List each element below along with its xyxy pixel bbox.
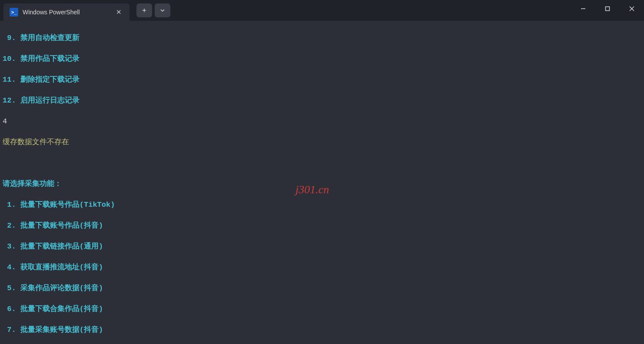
terminal-output[interactable]: 9. 禁用自动检查更新 10. 禁用作品下载记录 11. 删除指定下载记录 12…	[0, 21, 644, 344]
close-icon	[629, 6, 634, 11]
menu-item: 1. 批量下载账号作品(TikTok)	[3, 200, 641, 210]
menu-item: 11. 删除指定下载记录	[3, 75, 641, 85]
prompt-label: 请选择采集功能：	[3, 179, 641, 189]
menu-item: 7. 批量采集账号数据(抖音)	[3, 325, 641, 335]
chevron-down-icon	[160, 8, 165, 13]
menu-item: 3. 批量下载链接作品(通用)	[3, 241, 641, 252]
menu-item: 2. 批量下载账号作品(抖音)	[3, 221, 641, 231]
menu-item: 12. 启用运行日志记录	[3, 96, 641, 106]
menu-item: 9. 禁用自动检查更新	[3, 33, 641, 43]
close-tab-icon[interactable]: ✕	[114, 6, 123, 18]
maximize-icon	[605, 6, 610, 11]
menu-item: 10. 禁用作品下载记录	[3, 54, 641, 64]
close-window-button[interactable]	[620, 0, 644, 17]
window-controls	[571, 0, 644, 17]
svg-rect-1	[606, 7, 610, 11]
tab-controls: +	[136, 3, 170, 17]
menu-item: 4. 获取直播推流地址(抖音)	[3, 262, 641, 273]
user-input: 4	[3, 116, 641, 127]
menu-item: 5. 采集作品评论数据(抖音)	[3, 283, 641, 294]
window-titlebar: >_ Windows PowerShell ✕ +	[0, 0, 644, 21]
tab-powershell[interactable]: >_ Windows PowerShell ✕	[3, 3, 129, 21]
tab-title: Windows PowerShell	[23, 7, 110, 17]
maximize-button[interactable]	[595, 0, 620, 17]
powershell-icon: >_	[10, 8, 18, 17]
blank-line	[3, 158, 641, 169]
new-tab-button[interactable]: +	[136, 3, 152, 17]
menu-item: 6. 批量下载合集作品(抖音)	[3, 304, 641, 314]
minimize-button[interactable]	[571, 0, 595, 17]
minimize-icon	[581, 6, 586, 11]
status-message: 缓存数据文件不存在	[3, 137, 641, 148]
tab-dropdown-button[interactable]	[155, 3, 170, 17]
